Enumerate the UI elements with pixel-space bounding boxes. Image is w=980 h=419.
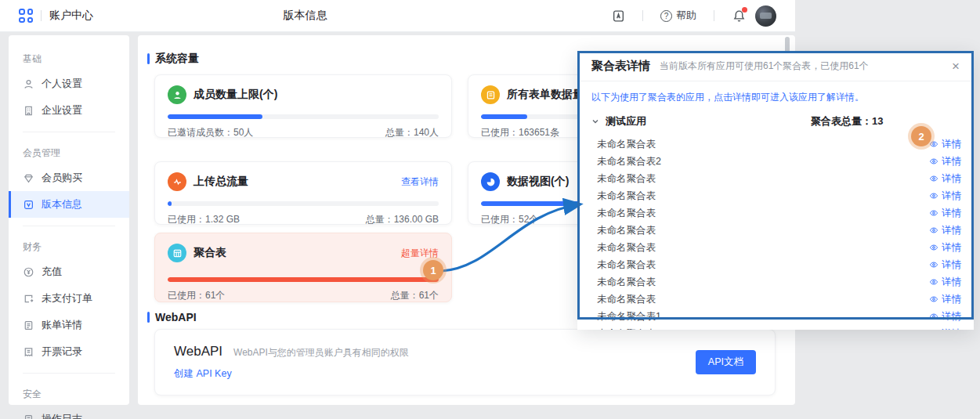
api-doc-button[interactable]: API文档 [696,350,756,374]
total-label: 总量：140人 [385,126,439,139]
sidebar-item-recharge[interactable]: 充值 [9,258,129,285]
aggregate-details-dialog: 聚合表详情 当前版本所有应用可使用61个聚合表，已使用61个 × 以下为使用了聚… [577,51,974,330]
sidebar-item-label: 版本信息 [42,197,82,211]
aggregate-total-label: 聚合表总量：13 [811,114,883,128]
progress-fill [481,114,527,119]
list-item: 未命名聚合表 详情 [577,204,974,222]
detail-link[interactable]: 详情 [929,155,961,168]
app-grid-icon[interactable] [19,9,33,23]
list-item: 未命名聚合表 详情 [577,170,974,187]
app-title: 账户中心 [49,9,93,23]
usage-label: 已使用：61个 [168,289,225,302]
aggregate-table-list: 未命名聚合表 详情 未命名聚合表2 详情 未命名聚合表 详情 未命名聚合表 详情… [577,135,974,330]
webapi-title: WebAPI [174,344,222,359]
header-divider [642,10,643,21]
eye-icon [929,157,938,166]
card-title: 数据视图(个) [507,175,569,189]
help-label: 帮助 [676,9,696,23]
aggregate-name: 未命名聚合表 [597,172,656,186]
card-title: 成员数量上限(个) [193,88,277,102]
sidebar-item-invoice-records[interactable]: 开票记录 [9,338,129,365]
detail-link[interactable]: 详情 [929,327,961,331]
list-item: 未命名聚合表 详情 [577,291,974,308]
sidebar-divider [23,226,115,226]
detail-link[interactable]: 详情 [929,258,961,272]
help-icon: ? [660,10,672,22]
sidebar-divider [23,132,115,132]
detail-link[interactable]: 详情 [929,172,961,186]
usage-label: 已使用：1.32 GB [168,213,240,226]
user-avatar[interactable] [755,5,776,27]
list-item: 未命名聚合表 详情 [577,239,974,256]
eye-icon [929,277,938,287]
chevron-down-icon[interactable] [591,117,599,125]
progress-fill [168,201,172,206]
sidebar-item-label: 企业设置 [42,103,82,117]
create-api-key-link[interactable]: 创建 API Key [174,367,232,381]
webapi-section-title: WebAPI [155,311,197,323]
view-details-link[interactable]: 查看详情 [401,175,439,189]
detail-link[interactable]: 详情 [929,224,961,237]
dialog-hint-text: 以下为使用了聚合表的应用，点击详情即可进入该应用了解详情。 [591,91,960,104]
diamond-icon [23,172,34,184]
top-header: 账户中心 版本信息 ? 帮助 [0,0,795,32]
sidebar-item-enterprise-settings[interactable]: 企业设置 [9,97,129,124]
card-member-limit: 成员数量上限(个) 已邀请成员数：50人 总量：140人 [154,74,452,138]
contact-book-icon[interactable] [611,9,625,23]
aggregate-name: 未命名聚合表 [597,241,656,255]
sidebar-item-label: 账单详情 [42,318,82,332]
sidebar-section-basic: 基础 [9,46,129,70]
progress-track [168,277,439,282]
eye-icon [929,191,938,200]
sidebar-item-member-purchase[interactable]: 会员购买 [9,164,129,191]
log-icon [23,414,34,419]
list-item: 未命名聚合表1 详情 [577,308,974,325]
sidebar-item-label: 会员购买 [42,171,82,185]
progress-fill [168,114,262,119]
detail-link[interactable]: 详情 [929,293,961,306]
list-item: 未命名聚合表 详情 [577,222,974,239]
app-group-name[interactable]: 测试应用 [606,114,646,128]
dialog-subtitle: 当前版本所有应用可使用61个聚合表，已使用61个 [660,60,869,73]
header-divider [714,10,714,21]
list-item: 未命名聚合表 详情 [577,187,974,204]
webapi-description: WebAPI与您的管理员账户具有相同的权限 [233,346,409,359]
sidebar-item-label: 个人设置 [42,77,82,91]
notification-bell-icon[interactable] [732,9,746,23]
help-button[interactable]: ? 帮助 [660,9,696,23]
progress-track [168,201,439,206]
capacity-section-title: 系统容量 [155,52,199,66]
sidebar-item-personal-settings[interactable]: 个人设置 [9,70,129,97]
usage-label: 已使用：52个 [481,213,538,226]
sidebar-item-label: 开票记录 [42,345,82,359]
aggregate-name: 未命名聚合表 [597,190,656,203]
sidebar-item-unpaid-orders[interactable]: 未支付订单 [9,285,129,312]
traffic-icon [168,172,186,191]
bill-icon [23,320,34,331]
aggregate-name: 未命名聚合表 [597,293,656,306]
aggregate-name: 未命名聚合表 [597,327,656,331]
over-quota-details-link[interactable]: 超量详情 [401,247,439,260]
card-aggregate-table: 聚合表 超量详情 已使用：61个 总量：61个 [154,233,452,302]
list-item: 未命名聚合表2 详情 [577,153,974,170]
section-accent-bar [147,53,150,64]
detail-link[interactable]: 详情 [929,190,961,203]
sidebar-item-version-info[interactable]: 版本信息 [9,191,129,218]
sidebar-item-bill-details[interactable]: 账单详情 [9,312,129,338]
detail-link[interactable]: 详情 [929,241,961,255]
detail-link[interactable]: 详情 [929,276,961,289]
eye-icon [929,243,938,252]
sidebar-item-label: 充值 [42,265,62,279]
card-title: 上传总流量 [193,175,248,189]
usage-label: 已邀请成员数：50人 [168,126,253,139]
notification-dot [742,7,747,13]
sidebar-item-operation-log[interactable]: 操作日志 [9,406,129,419]
detail-link[interactable]: 详情 [929,310,961,323]
step-badge-2: 2 [911,126,931,146]
aggregate-name: 未命名聚合表 [597,276,656,289]
close-icon[interactable]: × [952,60,960,73]
progress-fill [168,277,439,282]
usage-label: 已使用：163651条 [481,126,559,139]
detail-link[interactable]: 详情 [929,138,961,151]
detail-link[interactable]: 详情 [929,207,961,220]
